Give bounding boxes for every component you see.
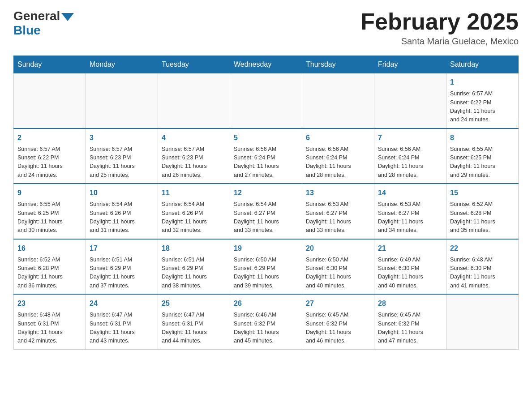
day-info: Sunrise: 6:45 AMSunset: 6:32 PMDaylight:… xyxy=(378,311,442,346)
table-row xyxy=(230,73,302,128)
calendar-week-row: 23Sunrise: 6:48 AMSunset: 6:31 PMDayligh… xyxy=(14,294,519,349)
calendar-week-row: 2Sunrise: 6:57 AMSunset: 6:22 PMDaylight… xyxy=(14,128,519,184)
day-info: Sunrise: 6:48 AMSunset: 6:30 PMDaylight:… xyxy=(450,256,515,291)
day-number: 22 xyxy=(450,243,515,254)
table-row: 4Sunrise: 6:57 AMSunset: 6:23 PMDaylight… xyxy=(158,128,230,184)
day-info: Sunrise: 6:48 AMSunset: 6:31 PMDaylight:… xyxy=(17,311,82,346)
table-row: 6Sunrise: 6:56 AMSunset: 6:24 PMDaylight… xyxy=(302,128,374,184)
day-number: 19 xyxy=(234,243,298,254)
calendar-week-row: 1Sunrise: 6:57 AMSunset: 6:22 PMDaylight… xyxy=(14,73,519,128)
col-friday: Friday xyxy=(374,56,446,73)
month-title: February 2025 xyxy=(360,9,519,34)
calendar-week-row: 9Sunrise: 6:55 AMSunset: 6:25 PMDaylight… xyxy=(14,184,519,239)
table-row xyxy=(446,294,519,349)
table-row: 13Sunrise: 6:53 AMSunset: 6:27 PMDayligh… xyxy=(302,184,374,239)
table-row: 3Sunrise: 6:57 AMSunset: 6:23 PMDaylight… xyxy=(86,128,158,184)
day-info: Sunrise: 6:49 AMSunset: 6:30 PMDaylight:… xyxy=(378,256,442,291)
day-number: 16 xyxy=(17,243,82,254)
page-header: General Blue February 2025 Santa Maria G… xyxy=(13,9,519,47)
day-info: Sunrise: 6:45 AMSunset: 6:32 PMDaylight:… xyxy=(306,311,370,346)
logo-blue-text: Blue xyxy=(13,23,41,38)
table-row: 17Sunrise: 6:51 AMSunset: 6:29 PMDayligh… xyxy=(86,239,158,295)
day-number: 2 xyxy=(17,133,82,143)
day-info: Sunrise: 6:52 AMSunset: 6:28 PMDaylight:… xyxy=(17,256,82,291)
logo-general: General xyxy=(13,9,74,23)
table-row: 18Sunrise: 6:51 AMSunset: 6:29 PMDayligh… xyxy=(158,239,230,295)
day-info: Sunrise: 6:46 AMSunset: 6:32 PMDaylight:… xyxy=(234,311,298,346)
table-row xyxy=(158,73,230,128)
day-number: 23 xyxy=(17,298,82,309)
table-row: 16Sunrise: 6:52 AMSunset: 6:28 PMDayligh… xyxy=(14,239,86,295)
table-row: 9Sunrise: 6:55 AMSunset: 6:25 PMDaylight… xyxy=(14,184,86,239)
table-row: 23Sunrise: 6:48 AMSunset: 6:31 PMDayligh… xyxy=(14,294,86,349)
table-row: 22Sunrise: 6:48 AMSunset: 6:30 PMDayligh… xyxy=(446,239,519,295)
table-row: 11Sunrise: 6:54 AMSunset: 6:26 PMDayligh… xyxy=(158,184,230,239)
table-row: 8Sunrise: 6:55 AMSunset: 6:25 PMDaylight… xyxy=(446,128,519,184)
day-number: 9 xyxy=(17,188,82,198)
table-row: 21Sunrise: 6:49 AMSunset: 6:30 PMDayligh… xyxy=(374,239,446,295)
day-number: 10 xyxy=(90,188,154,198)
day-number: 3 xyxy=(90,133,154,143)
day-number: 21 xyxy=(378,243,442,254)
day-number: 8 xyxy=(450,133,515,143)
table-row xyxy=(302,73,374,128)
day-number: 7 xyxy=(378,133,442,143)
col-thursday: Thursday xyxy=(302,56,374,73)
day-info: Sunrise: 6:50 AMSunset: 6:30 PMDaylight:… xyxy=(306,256,370,291)
day-number: 26 xyxy=(234,298,298,309)
table-row: 10Sunrise: 6:54 AMSunset: 6:26 PMDayligh… xyxy=(86,184,158,239)
col-saturday: Saturday xyxy=(446,56,519,73)
day-number: 11 xyxy=(162,188,226,198)
table-row xyxy=(14,73,86,128)
day-number: 20 xyxy=(306,243,370,254)
col-tuesday: Tuesday xyxy=(158,56,230,73)
day-info: Sunrise: 6:54 AMSunset: 6:26 PMDaylight:… xyxy=(90,200,154,235)
table-row xyxy=(86,73,158,128)
day-info: Sunrise: 6:55 AMSunset: 6:25 PMDaylight:… xyxy=(450,145,515,180)
day-info: Sunrise: 6:54 AMSunset: 6:27 PMDaylight:… xyxy=(234,200,298,235)
table-row: 19Sunrise: 6:50 AMSunset: 6:29 PMDayligh… xyxy=(230,239,302,295)
day-number: 14 xyxy=(378,188,442,198)
day-number: 18 xyxy=(162,243,226,254)
day-info: Sunrise: 6:56 AMSunset: 6:24 PMDaylight:… xyxy=(306,145,370,180)
table-row xyxy=(374,73,446,128)
day-info: Sunrise: 6:57 AMSunset: 6:22 PMDaylight:… xyxy=(450,90,515,124)
day-info: Sunrise: 6:55 AMSunset: 6:25 PMDaylight:… xyxy=(17,200,82,235)
day-info: Sunrise: 6:54 AMSunset: 6:26 PMDaylight:… xyxy=(162,200,226,235)
table-row: 20Sunrise: 6:50 AMSunset: 6:30 PMDayligh… xyxy=(302,239,374,295)
day-info: Sunrise: 6:57 AMSunset: 6:23 PMDaylight:… xyxy=(90,145,154,180)
logo-general-text: General xyxy=(13,9,60,23)
calendar-week-row: 16Sunrise: 6:52 AMSunset: 6:28 PMDayligh… xyxy=(14,239,519,295)
table-row: 1Sunrise: 6:57 AMSunset: 6:22 PMDaylight… xyxy=(446,73,519,128)
table-row: 12Sunrise: 6:54 AMSunset: 6:27 PMDayligh… xyxy=(230,184,302,239)
col-monday: Monday xyxy=(86,56,158,73)
day-info: Sunrise: 6:57 AMSunset: 6:23 PMDaylight:… xyxy=(162,145,226,180)
day-number: 12 xyxy=(234,188,298,198)
day-info: Sunrise: 6:56 AMSunset: 6:24 PMDaylight:… xyxy=(234,145,298,180)
table-row: 28Sunrise: 6:45 AMSunset: 6:32 PMDayligh… xyxy=(374,294,446,349)
day-info: Sunrise: 6:50 AMSunset: 6:29 PMDaylight:… xyxy=(234,256,298,291)
day-info: Sunrise: 6:53 AMSunset: 6:27 PMDaylight:… xyxy=(306,200,370,235)
location-subtitle: Santa Maria Guelace, Mexico xyxy=(360,36,519,47)
day-info: Sunrise: 6:51 AMSunset: 6:29 PMDaylight:… xyxy=(162,256,226,291)
day-number: 24 xyxy=(90,298,154,309)
day-number: 13 xyxy=(306,188,370,198)
day-info: Sunrise: 6:56 AMSunset: 6:24 PMDaylight:… xyxy=(378,145,442,180)
calendar-header-row: Sunday Monday Tuesday Wednesday Thursday… xyxy=(14,56,519,73)
day-number: 5 xyxy=(234,133,298,143)
table-row: 2Sunrise: 6:57 AMSunset: 6:22 PMDaylight… xyxy=(14,128,86,184)
logo: General Blue xyxy=(13,9,74,38)
day-info: Sunrise: 6:47 AMSunset: 6:31 PMDaylight:… xyxy=(162,311,226,346)
table-row: 5Sunrise: 6:56 AMSunset: 6:24 PMDaylight… xyxy=(230,128,302,184)
day-number: 15 xyxy=(450,188,515,198)
table-row: 7Sunrise: 6:56 AMSunset: 6:24 PMDaylight… xyxy=(374,128,446,184)
day-info: Sunrise: 6:51 AMSunset: 6:29 PMDaylight:… xyxy=(90,256,154,291)
table-row: 26Sunrise: 6:46 AMSunset: 6:32 PMDayligh… xyxy=(230,294,302,349)
table-row: 14Sunrise: 6:53 AMSunset: 6:27 PMDayligh… xyxy=(374,184,446,239)
table-row: 24Sunrise: 6:47 AMSunset: 6:31 PMDayligh… xyxy=(86,294,158,349)
day-number: 6 xyxy=(306,133,370,143)
day-info: Sunrise: 6:47 AMSunset: 6:31 PMDaylight:… xyxy=(90,311,154,346)
col-sunday: Sunday xyxy=(14,56,86,73)
day-number: 1 xyxy=(450,77,515,88)
table-row: 25Sunrise: 6:47 AMSunset: 6:31 PMDayligh… xyxy=(158,294,230,349)
